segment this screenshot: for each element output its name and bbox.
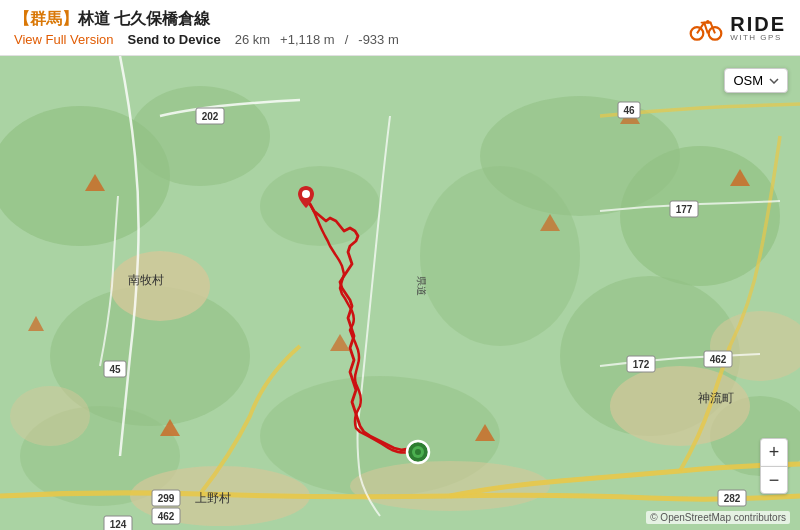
map-attribution: © OpenStreetMap contributors [646,511,790,524]
bike-icon [688,10,724,46]
svg-text:299: 299 [158,493,175,504]
svg-text:172: 172 [633,359,650,370]
elevation-loss-stat: -933 m [358,32,398,47]
route-title: 【群馬】林道 七久保橋倉線 [14,9,688,30]
route-stats: 26 km +1,118 m / -933 m [235,32,399,47]
svg-text:上野村: 上野村 [195,491,231,505]
svg-text:462: 462 [710,354,727,365]
svg-point-7 [620,146,780,286]
map-controls: OSM [724,68,788,93]
distance-stat: 26 km [235,32,270,47]
svg-point-53 [302,190,310,198]
svg-text:46: 46 [623,105,635,116]
svg-text:202: 202 [202,111,219,122]
svg-text:南牧村: 南牧村 [128,273,164,287]
svg-point-20 [10,386,90,446]
zoom-in-button[interactable]: + [760,438,788,466]
svg-point-1 [709,27,722,40]
svg-text:県道: 県道 [416,276,427,296]
svg-text:神流町: 神流町 [698,391,734,405]
header-actions: View Full Version Send to Device 26 km +… [14,32,688,47]
map-svg: 南牧村 上野村 神流町 202 46 177 45 172 462 282 29… [0,56,800,530]
send-to-device-button[interactable]: Send to Device [127,32,220,47]
zoom-controls: + − [760,438,788,494]
logo: RIDE WITH GPS [688,10,786,46]
svg-text:462: 462 [158,511,175,522]
logo-text: RIDE WITH GPS [730,14,786,42]
svg-text:282: 282 [724,493,741,504]
title-prefix: 【群馬】 [14,10,78,27]
view-full-link[interactable]: View Full Version [14,32,113,47]
map-layer-selector[interactable]: OSM [724,68,788,93]
logo-ride-text: RIDE [730,14,786,34]
svg-point-0 [691,27,704,40]
svg-text:177: 177 [676,204,693,215]
elevation-gain-stat: +1,118 m [280,32,335,47]
page-header: 【群馬】林道 七久保橋倉線 View Full Version Send to … [0,0,800,56]
logo-subtitle-text: WITH GPS [730,34,786,42]
svg-point-18 [610,366,750,446]
stat-separator: / [345,32,349,47]
header-left: 【群馬】林道 七久保橋倉線 View Full Version Send to … [14,9,688,47]
map-layer-label: OSM [733,73,763,88]
zoom-out-button[interactable]: − [760,466,788,494]
svg-point-11 [420,166,580,346]
title-main: 林道 七久保橋倉線 [78,10,210,27]
svg-point-5 [130,86,270,186]
svg-text:124: 124 [110,519,127,530]
map-container[interactable]: 南牧村 上野村 神流町 202 46 177 45 172 462 282 29… [0,56,800,530]
svg-text:45: 45 [109,364,121,375]
chevron-down-icon [769,78,779,84]
svg-point-55 [415,449,421,455]
svg-point-14 [260,166,380,246]
